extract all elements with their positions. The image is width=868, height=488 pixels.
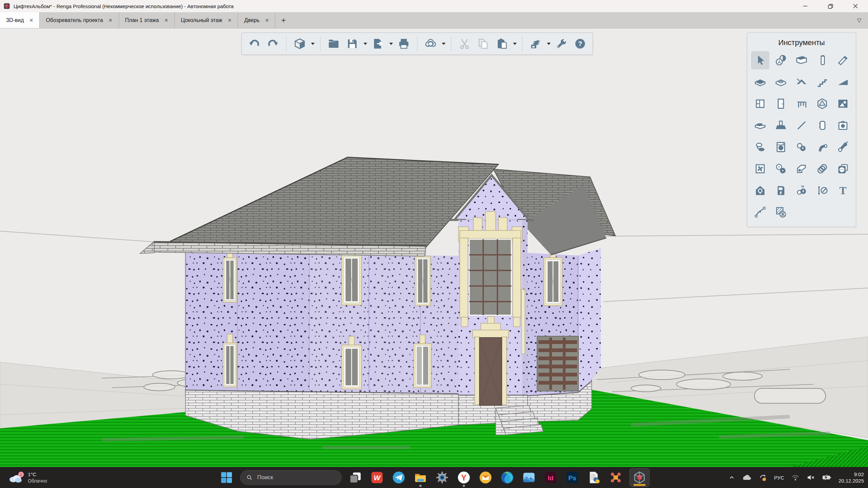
- tool-column[interactable]: [813, 51, 831, 69]
- wifi-icon[interactable]: [791, 474, 800, 481]
- tool-plumbing-fixture[interactable]: [792, 138, 811, 156]
- app-photoshop[interactable]: Ps: [564, 469, 580, 486]
- start-button[interactable]: [218, 469, 235, 486]
- tool-duct[interactable]: [792, 160, 811, 178]
- tool-appliance[interactable]: [772, 138, 790, 156]
- tool-electrical-panel[interactable]: [772, 181, 790, 200]
- tool-text[interactable]: T: [834, 181, 852, 200]
- tool-socket[interactable]: [834, 160, 852, 178]
- tool-pipe-elbow[interactable]: [813, 138, 831, 156]
- app-photos[interactable]: [521, 469, 537, 486]
- app-wps-office[interactable]: W: [369, 469, 385, 486]
- tool-beam[interactable]: [834, 51, 852, 69]
- paste-dropdown[interactable]: [512, 35, 517, 52]
- tab-3d-view[interactable]: 3D-вид ✕: [0, 12, 40, 28]
- paste-button[interactable]: [493, 35, 510, 52]
- tool-style[interactable]: А: [772, 51, 790, 69]
- tool-hatch[interactable]: [772, 203, 790, 221]
- tool-wall[interactable]: [792, 51, 811, 69]
- save-dropdown[interactable]: [362, 35, 368, 52]
- close-icon[interactable]: ✕: [265, 18, 269, 23]
- tool-dimension[interactable]: [813, 181, 831, 200]
- sheets-dropdown[interactable]: [546, 35, 551, 52]
- tool-hardware[interactable]: [813, 116, 831, 135]
- app-file-explorer[interactable]: [412, 469, 429, 486]
- tool-line[interactable]: [792, 116, 811, 135]
- tool-roof[interactable]: [792, 73, 811, 91]
- app-flower[interactable]: [608, 469, 624, 486]
- settings-wrench-button[interactable]: [553, 35, 570, 52]
- copy-button[interactable]: [475, 35, 492, 52]
- tool-foundation[interactable]: [772, 116, 790, 135]
- minimize-button[interactable]: [793, 0, 818, 12]
- tool-ramp[interactable]: [834, 73, 852, 91]
- app-telegram[interactable]: [391, 469, 407, 486]
- tool-element[interactable]: [813, 95, 831, 113]
- close-button[interactable]: [843, 0, 868, 12]
- tool-window[interactable]: [751, 95, 769, 113]
- language-indicator[interactable]: РУС: [774, 475, 784, 481]
- cut-button[interactable]: [456, 35, 473, 52]
- add-tab-button[interactable]: +: [275, 12, 292, 28]
- tool-fan[interactable]: [772, 160, 790, 178]
- tray-chevron-icon[interactable]: [729, 475, 735, 480]
- open-button[interactable]: [325, 35, 342, 52]
- onedrive-icon[interactable]: [742, 474, 752, 481]
- tool-plate[interactable]: [751, 116, 769, 135]
- app-mail[interactable]: [477, 469, 494, 486]
- app-indesign[interactable]: Id: [542, 469, 559, 486]
- close-icon[interactable]: ✕: [108, 18, 113, 23]
- tool-select[interactable]: [751, 51, 769, 69]
- tool-sanitary[interactable]: [751, 138, 769, 156]
- save-button[interactable]: [344, 35, 361, 52]
- app-edge[interactable]: [499, 469, 515, 486]
- tool-ventilation-unit[interactable]: [751, 160, 769, 178]
- app-python-editor[interactable]: [586, 469, 602, 486]
- tool-slab-opening[interactable]: [772, 73, 790, 91]
- tab-door[interactable]: Дверь ✕: [238, 12, 275, 28]
- tab-basement-floor[interactable]: Цокольный этаж ✕: [175, 12, 238, 28]
- redo-button[interactable]: [264, 35, 281, 52]
- tool-floor[interactable]: [751, 73, 769, 91]
- battery-charging-icon[interactable]: [822, 474, 832, 481]
- sheets-button[interactable]: [527, 35, 544, 52]
- restore-button[interactable]: [818, 0, 843, 12]
- tool-wiring[interactable]: [792, 181, 811, 200]
- export-button[interactable]: [370, 35, 387, 52]
- close-icon[interactable]: ✕: [228, 18, 232, 23]
- sync-update-icon[interactable]: [758, 473, 767, 482]
- clock[interactable]: 9:02 20.12.2025: [839, 471, 864, 484]
- viewport-3d[interactable]: ? Инструменты А: [0, 28, 868, 467]
- tool-model[interactable]: [834, 95, 852, 113]
- help-button[interactable]: ?: [572, 35, 589, 52]
- app-settings[interactable]: [434, 469, 450, 486]
- print-button[interactable]: [395, 35, 412, 52]
- tool-furniture[interactable]: [792, 95, 811, 113]
- task-view-button[interactable]: [347, 469, 363, 486]
- tab-project-explorer[interactable]: Обозреватель проекта ✕: [40, 12, 119, 28]
- undo-button[interactable]: [246, 35, 263, 52]
- tool-light[interactable]: [751, 181, 769, 200]
- orbit-button[interactable]: [422, 35, 439, 52]
- tool-spline[interactable]: [751, 203, 769, 221]
- search-input[interactable]: [256, 474, 335, 481]
- close-icon[interactable]: ✕: [29, 18, 34, 23]
- app-yandex-browser[interactable]: Y: [456, 469, 472, 486]
- app-renga-active[interactable]: [629, 468, 650, 487]
- export-dropdown[interactable]: [388, 35, 394, 52]
- tool-stairs[interactable]: [813, 73, 831, 91]
- close-icon[interactable]: ✕: [164, 18, 168, 23]
- volume-muted-icon[interactable]: [807, 474, 815, 481]
- tool-door[interactable]: [772, 95, 790, 113]
- view-3d-dropdown[interactable]: [310, 35, 315, 52]
- tool-equipment[interactable]: [834, 116, 852, 135]
- tab-floor1-plan[interactable]: План 1 этажа ✕: [119, 12, 175, 28]
- orbit-dropdown[interactable]: [441, 35, 446, 52]
- taskbar-search[interactable]: [240, 470, 342, 485]
- tab-overflow-button[interactable]: ▽: [850, 12, 868, 28]
- tool-round-duct[interactable]: [813, 160, 831, 178]
- tool-pipe-fitting[interactable]: [834, 138, 852, 156]
- weather-badge: 1: [20, 472, 22, 476]
- weather-widget[interactable]: 1 1°C Облачно: [8, 467, 47, 488]
- view-3d-button[interactable]: [291, 35, 308, 52]
